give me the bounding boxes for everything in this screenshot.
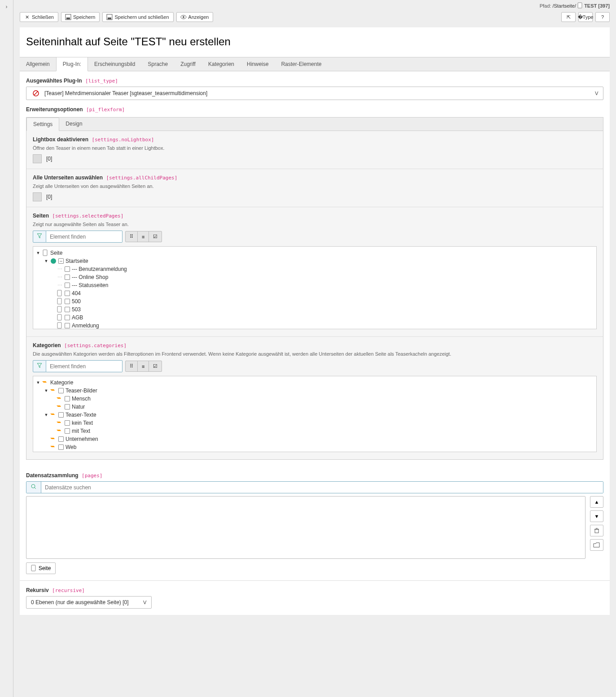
plugin-select[interactable]: [Teaser] Mehrdimensionaler Teaser [sgtea… [26,87,603,100]
tab-allgemein[interactable]: Allgemein [20,57,56,71]
browse-button[interactable] [590,539,603,551]
save-close-button[interactable]: Speichern und schließen [102,12,173,22]
move-down-button[interactable]: ▼ [590,510,603,522]
tree-item[interactable]: 404 [36,290,594,297]
page-title-crumb: TEST [584,3,597,9]
cat-desc: Die ausgewählten Kategorien werden als F… [33,351,597,357]
search-icon [26,482,41,493]
pages-filter-toggle[interactable] [33,231,46,243]
tree-item[interactable]: ▼Teaser-Bilder [36,387,594,394]
tree-item[interactable]: 500 [36,298,594,305]
tree-item[interactable]: mit Text [36,427,594,435]
tree-checkbox[interactable] [58,444,64,450]
pages-label: Seiten [33,213,49,219]
svg-line-17 [35,488,36,489]
tree-icon: ⋯ [57,282,63,288]
close-button[interactable]: ✕ Schließen [20,12,58,22]
chevron-down-icon: ᐯ [143,600,147,606]
tree-item[interactable]: kein Text [36,419,594,427]
svg-rect-14 [57,314,61,320]
tree-checkbox[interactable] [58,436,64,442]
tree-item[interactable]: Natur [36,403,594,410]
open-external-button[interactable]: ⇱ [561,12,576,22]
records-list[interactable] [26,496,585,559]
tree-checkbox[interactable] [65,420,70,426]
svg-point-16 [31,484,35,488]
tree-item[interactable]: AGB [36,314,594,321]
nolightbox-checkbox[interactable] [33,154,42,163]
help-button[interactable]: ? [595,12,610,22]
tree-item[interactable]: Anmeldung [36,322,594,329]
save-close-icon [107,14,112,20]
subtab-design[interactable]: Design [59,118,88,131]
cat-select-all[interactable]: ☑ [149,361,162,371]
tree-item[interactable]: Unternehmen [36,436,594,443]
pages-filter-input[interactable] [46,231,122,243]
tree-checkbox[interactable] [65,299,70,304]
svg-rect-21 [31,565,35,571]
tree-item[interactable]: Web [36,444,594,451]
pages-expand-all[interactable]: ⠿ [126,231,138,242]
tree-checkbox[interactable] [58,258,64,264]
breadcrumb-link[interactable]: /Startseite/ [552,3,576,9]
share-icon: �Type [583,14,588,20]
tag-icon [50,436,57,442]
svg-rect-15 [57,322,61,328]
add-page-button[interactable]: Seite [26,562,56,574]
cat-filter-input[interactable] [46,360,122,372]
tree-checkbox[interactable] [65,307,70,312]
tree-checkbox[interactable] [65,291,70,296]
tree-checkbox[interactable] [65,283,70,288]
allchild-checkbox[interactable] [33,192,42,201]
allchild-desc: Zeigt alle Unterseiten von den ausgewähl… [33,183,597,189]
svg-point-6 [183,16,184,18]
nolightbox-label: Lightbox deaktivieren [33,136,88,143]
tab-zugriff[interactable]: Zugriff [174,57,202,71]
tab-plugin[interactable]: Plug-In: [56,57,88,71]
tab-sprache[interactable]: Sprache [141,57,174,71]
subtab-settings[interactable]: Settings [26,118,59,131]
recursive-value: 0 Ebenen (nur die ausgewählte Seite) [0] [31,599,128,606]
tab-raster[interactable]: Raster-Elemente [275,57,328,71]
cat-filter-toggle[interactable] [33,360,46,372]
tree-checkbox[interactable] [65,323,70,328]
tree-checkbox[interactable] [58,412,64,418]
expand-sidebar-icon[interactable]: › [6,4,8,10]
view-button[interactable]: Anzeigen [176,12,214,22]
save-button[interactable]: Speichern [61,12,100,22]
tree-item[interactable]: ⋯--- Online Shop [36,274,594,281]
delete-button[interactable] [590,525,603,536]
tree-item[interactable]: ▼Teaser-Texte [36,411,594,418]
pages-collapse-all[interactable]: ≡ [138,231,149,242]
cat-tree: ▼Kategorie▼Teaser-BilderMenschNatur▼Teas… [33,376,597,452]
tree-root[interactable]: ▼Kategorie [36,379,594,386]
tree-item[interactable]: ⋯--- Statusseiten [36,282,594,289]
tree-checkbox[interactable] [65,266,70,272]
tree-checkbox[interactable] [65,396,70,401]
tree-item[interactable]: ▼Startseite [36,257,594,265]
tree-icon [57,298,63,305]
tree-checkbox[interactable] [65,315,70,320]
tree-checkbox[interactable] [58,388,64,393]
tree-item[interactable]: ⋯--- Benutzeranmeldung [36,266,594,273]
tab-erscheinungsbild[interactable]: Erscheinungsbild [88,57,141,71]
share-button[interactable]: �Type [578,12,593,22]
cat-collapse-all[interactable]: ≡ [138,361,149,371]
recursive-select[interactable]: 0 Ebenen (nur die ausgewählte Seite) [0]… [26,596,152,609]
tree-checkbox[interactable] [65,428,70,434]
tab-hinweise[interactable]: Hinweise [240,57,275,71]
svg-rect-12 [57,298,61,304]
save-icon [66,14,71,20]
move-up-button[interactable]: ▲ [590,496,603,508]
tree-item[interactable]: 503 [36,306,594,313]
pages-select-all[interactable]: ☑ [149,231,162,242]
tab-kategorien[interactable]: Kategorien [202,57,240,71]
tree-checkbox[interactable] [65,274,70,280]
tree-checkbox[interactable] [65,404,70,409]
cat-expand-all[interactable]: ⠿ [126,361,138,371]
tree-icon [57,314,63,321]
tree-item[interactable]: Mensch [36,395,594,402]
tree-icon [57,290,63,296]
tree-root[interactable]: ▼Seite [36,249,594,257]
records-search-input[interactable] [41,482,603,493]
